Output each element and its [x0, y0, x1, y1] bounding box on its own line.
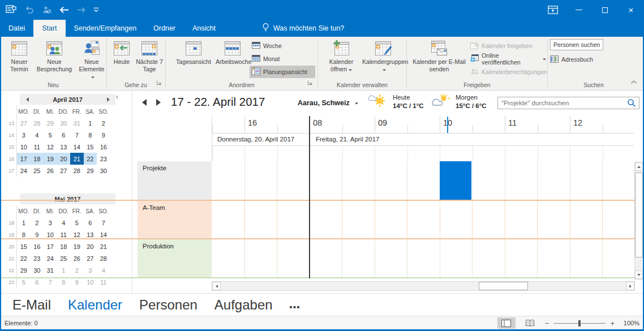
- mini-cal-day[interactable]: 3: [17, 129, 31, 141]
- zoom-slider-thumb[interactable]: [578, 320, 581, 326]
- nav-kalender[interactable]: Kalender: [68, 297, 122, 313]
- undo-icon[interactable]: [24, 6, 34, 14]
- weather-today-temps: 14°C / 1°C: [393, 102, 424, 109]
- minimize-button[interactable]: [566, 0, 592, 20]
- neue-besprechung-button[interactable]: Neue Besprechung: [31, 38, 78, 83]
- scroll-down-button[interactable]: [635, 270, 643, 279]
- woche-button[interactable]: Woche: [250, 40, 315, 52]
- next-month-icon[interactable]: [106, 97, 112, 102]
- horizontal-scrollbar[interactable]: [212, 281, 635, 291]
- nav-more-ellipsis[interactable]: •••: [290, 303, 300, 312]
- mini-cal-day[interactable]: 13: [57, 141, 71, 153]
- hour-label: 08: [313, 118, 322, 127]
- zoom-out-button[interactable]: −: [545, 319, 549, 328]
- day-name: MO.: [17, 109, 31, 115]
- work-week-icon: [216, 40, 250, 57]
- nav-personen[interactable]: Personen: [139, 297, 198, 313]
- scroll-left-button[interactable]: [212, 282, 221, 290]
- collapse-ribbon-icon[interactable]: [630, 76, 637, 87]
- scroll-right-button[interactable]: [626, 282, 634, 290]
- previous-week-button[interactable]: [142, 99, 147, 106]
- tell-me-search[interactable]: Was möchten Sie tun?: [262, 20, 344, 37]
- mini-cal-day[interactable]: 15: [84, 141, 97, 153]
- resource-row-grid[interactable]: [212, 201, 634, 238]
- personen-suchen-button[interactable]: Personen suchen: [550, 39, 603, 50]
- mini-cal-day[interactable]: 30: [57, 117, 71, 129]
- zoom-in-button[interactable]: +: [610, 319, 615, 328]
- mini-cal-day[interactable]: 12: [44, 141, 57, 153]
- mini-cal-day[interactable]: 6: [57, 129, 71, 141]
- tab-ansicht[interactable]: Ansicht: [184, 20, 224, 37]
- neuer-termin-label: Neuer Termin: [10, 58, 28, 72]
- zoom-slider-track[interactable]: [553, 323, 606, 324]
- forward-icon[interactable]: [77, 7, 85, 13]
- mini-cal-day[interactable]: 10: [17, 141, 31, 153]
- search-icon[interactable]: [624, 98, 639, 108]
- weather-location-dropdown[interactable]: Aarau, Schweiz: [298, 99, 358, 107]
- ribbon-display-options-icon[interactable]: [540, 0, 566, 20]
- mini-cal-day[interactable]: 31: [70, 117, 84, 129]
- mini-cal-day[interactable]: 14: [70, 141, 84, 153]
- arbeitswoche-label: Arbeitswoche: [216, 58, 252, 65]
- mini-cal-day[interactable]: 29: [44, 117, 57, 129]
- collapse-sidebar-icon[interactable]: ‹: [116, 93, 118, 101]
- gridline: [537, 161, 538, 200]
- tab-ordner[interactable]: Ordner: [145, 20, 184, 37]
- online-veroeffentlichen-button[interactable]: Online veröffentlichen: [468, 53, 546, 65]
- scroll-up-button[interactable]: [635, 162, 643, 171]
- mini-cal-day[interactable]: 9: [97, 129, 110, 141]
- kalenderberechtigungen-label: Kalenderberechtigungen: [482, 68, 547, 75]
- prev-month-icon[interactable]: [23, 97, 29, 102]
- mini-cal-day[interactable]: 27: [17, 117, 31, 129]
- dialog-launcher-icon[interactable]: [307, 78, 313, 88]
- tab-senden-empfangen[interactable]: Senden/Empfangen: [66, 20, 145, 37]
- heute-button[interactable]: Heute: [109, 38, 135, 83]
- horizontal-scroll-thumb[interactable]: [479, 282, 528, 290]
- block-contact-icon[interactable]: [42, 6, 51, 14]
- customize-quick-access-icon[interactable]: [93, 7, 99, 12]
- vertical-scrollbar[interactable]: [634, 162, 643, 280]
- schedule-row: Produktion: [0, 239, 644, 278]
- mini-cal-day[interactable]: 7: [70, 129, 84, 141]
- chevron-down-icon: [355, 103, 358, 106]
- mini-cal-day[interactable]: 2: [97, 117, 110, 129]
- neue-elemente-button[interactable]: Neue Elemente: [77, 38, 106, 83]
- gridline: [277, 201, 277, 238]
- mini-cal-day[interactable]: 11: [31, 141, 44, 153]
- calendar-search-input[interactable]: [498, 100, 624, 106]
- resource-row-label[interactable]: A-Team: [138, 201, 212, 238]
- back-icon[interactable]: [59, 6, 69, 14]
- adressbuch-button[interactable]: Adressbuch: [548, 53, 610, 66]
- kalender-per-email-senden-button[interactable]: Kalender per E-Mail senden: [412, 38, 466, 83]
- tab-datei[interactable]: Datei: [0, 20, 33, 37]
- resource-row-grid[interactable]: [212, 161, 634, 200]
- mini-cal-day[interactable]: 1: [84, 117, 97, 129]
- resource-row-label[interactable]: Projekte: [138, 161, 212, 200]
- monat-button[interactable]: Monat: [250, 53, 315, 65]
- nav-aufgaben[interactable]: Aufgaben: [214, 297, 273, 313]
- mini-cal-day[interactable]: 5: [44, 129, 57, 141]
- outlook-view-switch-icon[interactable]: [6, 5, 16, 15]
- mini-cal-day[interactable]: 16: [97, 141, 110, 153]
- close-button[interactable]: ×: [618, 0, 644, 20]
- planungsansicht-button[interactable]: Planungsansicht: [250, 66, 315, 78]
- appointment-block[interactable]: [440, 161, 472, 200]
- mini-cal-day[interactable]: 4: [31, 129, 44, 141]
- kalendergruppen-button[interactable]: Kalendergruppen: [362, 38, 404, 83]
- kalender-oeffnen-button[interactable]: Kalender öffnen: [321, 38, 361, 83]
- dialog-launcher-icon[interactable]: [156, 78, 162, 88]
- reading-view-button[interactable]: [521, 317, 539, 329]
- tab-start[interactable]: Start: [33, 20, 65, 37]
- maximize-button[interactable]: [592, 0, 618, 20]
- mini-cal-day[interactable]: 8: [84, 129, 97, 141]
- next-week-button[interactable]: [156, 99, 161, 106]
- resource-row-grid[interactable]: [212, 239, 634, 277]
- vertical-scroll-thumb[interactable]: [635, 173, 643, 257]
- arbeitswoche-button[interactable]: Arbeitswoche: [216, 38, 250, 83]
- mini-cal-day[interactable]: 28: [31, 117, 44, 129]
- resource-row-label[interactable]: Produktion: [138, 239, 212, 277]
- normal-view-button[interactable]: [497, 317, 516, 329]
- tagesansicht-button[interactable]: Tagesansicht: [169, 38, 218, 83]
- naechste-7-tage-button[interactable]: Nächste 7 Tage: [136, 38, 163, 83]
- nav-email[interactable]: E-Mail: [12, 297, 51, 313]
